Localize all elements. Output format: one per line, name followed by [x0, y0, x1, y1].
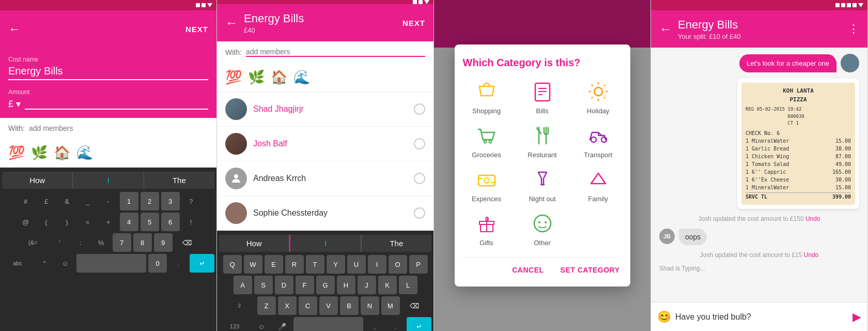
key-9[interactable]: 9	[154, 233, 173, 252]
key-rparen[interactable]: )	[58, 213, 76, 231]
suggestion-i[interactable]: I	[73, 172, 144, 189]
radio-shad[interactable]	[414, 103, 425, 115]
category-expenses[interactable]: Expences	[463, 167, 510, 203]
key-lparen[interactable]: (	[37, 213, 56, 231]
key-z[interactable]: Z	[257, 296, 276, 315]
emoji-100[interactable]: 💯	[8, 145, 25, 161]
category-restaurant[interactable]: Resturant	[519, 123, 566, 159]
key-period[interactable]: .	[169, 254, 188, 273]
key-1[interactable]: 1	[120, 192, 138, 210]
key-quote[interactable]: '	[51, 233, 69, 252]
member-item-shad[interactable]: Shad Jhagjirjr	[217, 92, 433, 127]
suggestion-the[interactable]: The	[144, 172, 214, 189]
category-groceries[interactable]: Groceries	[463, 123, 510, 159]
back-icon-1[interactable]: ←	[8, 22, 21, 36]
key-s[interactable]: S	[254, 276, 273, 294]
key-plus[interactable]: +	[99, 213, 118, 231]
key-y[interactable]: Y	[327, 255, 345, 274]
set-category-button[interactable]: SET CATEGORY	[559, 262, 622, 278]
member-item-andreas[interactable]: Andreas Krrch	[217, 161, 433, 196]
key-comma[interactable]: ,	[365, 317, 384, 331]
key-g[interactable]: G	[316, 276, 335, 294]
category-nightout[interactable]: Night out	[519, 167, 566, 203]
key-k[interactable]: K	[378, 276, 397, 294]
next-button-1[interactable]: NEXT	[185, 25, 208, 34]
category-transport[interactable]: Transport	[575, 123, 622, 159]
key-p[interactable]: P	[409, 255, 428, 274]
key-d[interactable]: D	[275, 276, 293, 294]
undo-link-1[interactable]: Undo	[805, 215, 820, 222]
key-del-2[interactable]: ⌫	[402, 296, 427, 315]
emoji-wave[interactable]: 🌊	[76, 145, 93, 161]
key-m[interactable]: M	[381, 296, 400, 315]
key-0[interactable]: 0	[148, 254, 167, 273]
key-exclaim[interactable]: !	[182, 213, 200, 231]
suggestion-how-2[interactable]: How	[219, 235, 289, 252]
emoji-100-2[interactable]: 💯	[225, 69, 242, 85]
member-item-josh[interactable]: Josh Balf	[217, 127, 433, 161]
key-mic[interactable]: 🎤	[273, 317, 291, 331]
key-o[interactable]: O	[389, 255, 407, 274]
key-abc[interactable]: abc	[2, 254, 33, 273]
key-period-2[interactable]: .	[386, 317, 405, 331]
key-n[interactable]: N	[361, 296, 379, 315]
back-icon-4[interactable]: ←	[659, 22, 672, 36]
key-enter-2[interactable]: ↵	[407, 317, 431, 331]
key-symbols[interactable]: {&=	[18, 233, 49, 252]
key-l[interactable]: L	[399, 276, 417, 294]
key-u[interactable]: U	[347, 255, 366, 274]
amount-input[interactable]	[25, 98, 208, 110]
chat-input[interactable]	[675, 312, 848, 322]
cost-name-input[interactable]	[8, 65, 208, 80]
key-j[interactable]: J	[358, 276, 376, 294]
member-item-sophie[interactable]: Sophie Chessterday	[217, 196, 433, 231]
key-e[interactable]: E	[265, 255, 283, 274]
key-3[interactable]: 3	[161, 192, 180, 210]
key-hash[interactable]: #	[17, 192, 35, 210]
key-123[interactable]: 123	[219, 317, 250, 331]
more-icon[interactable]: ⋮	[848, 22, 859, 36]
key-amp[interactable]: &	[58, 192, 76, 210]
suggestion-i-2[interactable]: I	[289, 235, 361, 252]
key-6[interactable]: 6	[161, 213, 180, 231]
key-a[interactable]: A	[234, 276, 252, 294]
category-family[interactable]: Family	[575, 167, 622, 203]
key-pound[interactable]: £	[37, 192, 56, 210]
key-q[interactable]: Q	[223, 255, 242, 274]
key-f[interactable]: F	[296, 276, 314, 294]
key-h[interactable]: H	[337, 276, 355, 294]
cancel-button[interactable]: CANCEL	[510, 262, 546, 278]
emoji-house-2[interactable]: 🏠	[271, 69, 287, 85]
key-4[interactable]: 4	[120, 213, 138, 231]
emoji-leaf[interactable]: 🌿	[31, 145, 48, 161]
key-colon[interactable]: :	[71, 233, 90, 252]
key-equals[interactable]: =	[79, 213, 97, 231]
undo-link-2[interactable]: Undo	[804, 251, 819, 259]
emoji-wave-2[interactable]: 🌊	[293, 69, 310, 85]
key-enter[interactable]: ↵	[190, 254, 214, 273]
key-t[interactable]: T	[306, 255, 324, 274]
key-percent[interactable]: %	[92, 233, 111, 252]
key-at[interactable]: @	[17, 213, 35, 231]
key-underscore[interactable]: _	[79, 192, 97, 210]
key-7[interactable]: 7	[113, 233, 131, 252]
key-5[interactable]: 5	[141, 213, 159, 231]
key-emoji-2[interactable]: ☺	[252, 317, 271, 331]
key-8[interactable]: 8	[133, 233, 152, 252]
key-space-2[interactable]	[293, 317, 363, 331]
emoji-input-icon[interactable]: 😊	[657, 310, 671, 324]
add-members-input-2[interactable]	[246, 48, 425, 57]
key-x[interactable]: X	[278, 296, 297, 315]
suggestion-how[interactable]: How	[2, 172, 73, 189]
radio-sophie[interactable]	[414, 207, 425, 219]
key-r[interactable]: R	[285, 255, 304, 274]
key-2[interactable]: 2	[141, 192, 159, 210]
emoji-house[interactable]: 🏠	[54, 145, 70, 161]
currency-selector[interactable]: £ ▾	[8, 98, 21, 110]
key-space[interactable]	[76, 254, 146, 273]
back-icon-2[interactable]: ←	[225, 16, 238, 30]
emoji-leaf-2[interactable]: 🌿	[248, 69, 265, 85]
key-dquote[interactable]: "	[35, 254, 54, 273]
send-button[interactable]: ▶	[853, 310, 861, 324]
category-holiday[interactable]: Holiday	[575, 79, 622, 115]
